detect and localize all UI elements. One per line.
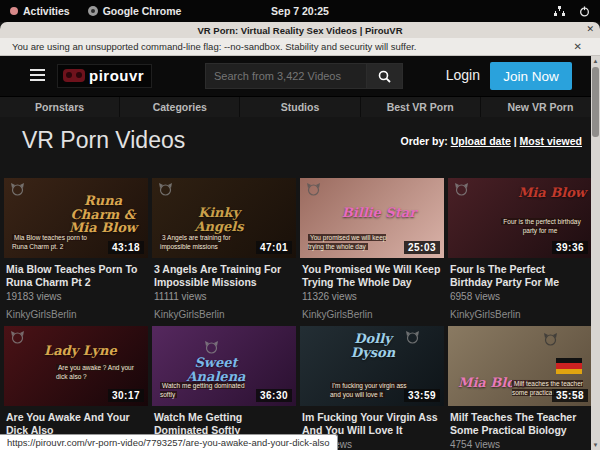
video-studio-link[interactable]: KinkyGirlsBerlin xyxy=(300,309,444,320)
nav-item-studios[interactable]: Studios xyxy=(240,97,360,117)
vr-goggles-icon xyxy=(63,69,85,82)
order-by-separator: | xyxy=(514,135,517,147)
site-header: pirouvr Login Join Now xyxy=(0,56,600,96)
studio-watermark-icon xyxy=(204,340,219,358)
thumbnail-overlay-title: Billie Star xyxy=(342,206,416,220)
main-nav: Pornstars Categories Studios Best VR Por… xyxy=(0,96,600,117)
video-views: 11111 views xyxy=(152,291,296,302)
video-title[interactable]: Mia Blow Teaches Porn To Runa Charm Pt 2 xyxy=(4,263,148,288)
video-card: Mia Blow Milf teaches the teacher some p… xyxy=(448,326,592,450)
thumbnail-caption: 3 Angels are training for impossible mis… xyxy=(160,233,246,253)
thumbnail-overlay-title: Sweet Analena xyxy=(168,356,264,383)
activities-button[interactable]: Activities xyxy=(10,5,70,17)
thumbnail-caption: You promised we will keep trying the who… xyxy=(308,233,394,253)
order-by-label: Order by: xyxy=(400,135,447,147)
studio-watermark-icon xyxy=(10,330,25,348)
video-title[interactable]: Four Is The Perfect Birthday Party For M… xyxy=(448,263,592,288)
scrollbar-up-icon[interactable]: ▲ xyxy=(591,56,600,66)
video-title[interactable]: Milf Teaches The Teacher Some Practical … xyxy=(448,411,592,436)
status-bar-url: https://pirouvr.com/vr-porn-video/779325… xyxy=(0,434,338,450)
nav-item-categories[interactable]: Categories xyxy=(120,97,240,117)
video-views: 11326 views xyxy=(300,291,444,302)
order-by-bar: Order by: Upload date | Most viewed xyxy=(400,135,582,147)
order-by-upload-date-link[interactable]: Upload date xyxy=(451,135,511,147)
studio-watermark-icon xyxy=(10,182,25,200)
video-thumbnail[interactable]: Mia Blow Milf teaches the teacher some p… xyxy=(448,326,592,406)
duration-badge: 25:03 xyxy=(404,241,440,254)
menu-icon[interactable] xyxy=(30,69,45,84)
video-title[interactable]: Im Fucking Your Virgin Ass And You Will … xyxy=(300,411,444,436)
infobar-close-icon[interactable]: ✕ xyxy=(574,41,600,52)
thumbnail-overlay-title: Runa Charm & Mia Blow xyxy=(64,194,142,235)
video-card: Lady Lyne Are you awake ? And your dick … xyxy=(4,326,148,450)
network-icon[interactable] xyxy=(554,6,565,17)
thumbnail-overlay-title: Mia Blow xyxy=(518,186,586,200)
video-views: 19183 views xyxy=(4,291,148,302)
join-now-button[interactable]: Join Now xyxy=(490,62,572,90)
thumbnail-caption: Are you awake ? And your dick also ? xyxy=(56,363,142,383)
studio-watermark-icon xyxy=(306,182,321,200)
video-title[interactable]: Are You Awake And Your Dick Also xyxy=(4,411,148,436)
scrollbar-thumb[interactable] xyxy=(592,67,599,137)
video-thumbnail[interactable]: Billie Star You promised we will keep tr… xyxy=(300,178,444,258)
video-views: 6958 views xyxy=(448,291,592,302)
video-card: Runa Charm & Mia Blow Mia Blow teaches p… xyxy=(4,178,148,320)
site-logo[interactable]: pirouvr xyxy=(57,64,152,88)
login-link[interactable]: Login xyxy=(446,67,480,83)
desktop-top-bar: Activities Google Chrome Sep 7 20:25 xyxy=(0,0,600,22)
video-card: Mia Blow Four is the perfect birthday pa… xyxy=(448,178,592,320)
studio-watermark-icon xyxy=(454,182,469,200)
video-card: Billie Star You promised we will keep tr… xyxy=(300,178,444,320)
video-views: 4754 views xyxy=(448,439,592,450)
tab-title[interactable]: VR Porn: Virtual Reality Sex Videos | Pi… xyxy=(0,25,600,36)
thumbnail-caption: Mia Blow teaches porn to Runa Charm pt. … xyxy=(12,233,98,253)
video-grid: Runa Charm & Mia Blow Mia Blow teaches p… xyxy=(4,178,592,450)
duration-badge: 33:59 xyxy=(404,389,440,402)
video-thumbnail[interactable]: Sweet Analena Watch me getting dominated… xyxy=(152,326,296,406)
app-menu-label: Google Chrome xyxy=(103,5,182,17)
video-studio-link[interactable]: KinkyGirlsBerlin xyxy=(4,309,148,320)
search-icon xyxy=(378,70,391,83)
order-by-most-viewed-link[interactable]: Most viewed xyxy=(520,135,582,147)
video-card: Kinky Angels 3 Angels are training for i… xyxy=(152,178,296,320)
search-button[interactable] xyxy=(367,63,403,89)
video-studio-link[interactable]: KinkyGirlsBerlin xyxy=(152,309,296,320)
search-input[interactable] xyxy=(205,63,367,89)
web-page: pirouvr Login Join Now Pornstars Categor… xyxy=(0,56,600,450)
nav-item-new-vr-porn[interactable]: New VR Porn xyxy=(481,97,600,117)
video-title[interactable]: 3 Angels Are Training For Impossible Mis… xyxy=(152,263,296,288)
video-thumbnail[interactable]: Lady Lyne Are you awake ? And your dick … xyxy=(4,326,148,406)
video-thumbnail[interactable]: Kinky Angels 3 Angels are training for i… xyxy=(152,178,296,258)
video-thumbnail[interactable]: Dolly Dyson I'm fucking your virgin ass … xyxy=(300,326,444,406)
studio-watermark-icon xyxy=(543,332,558,350)
page-title: VR Porn Videos xyxy=(22,127,185,154)
nav-item-best-vr-porn[interactable]: Best VR Porn xyxy=(361,97,481,117)
thumbnail-caption: Watch me getting dominated softly xyxy=(160,381,246,401)
nav-item-pornstars[interactable]: Pornstars xyxy=(0,97,120,117)
app-menu-button[interactable]: Google Chrome xyxy=(88,5,182,17)
video-thumbnail[interactable]: Mia Blow Four is the perfect birthday pa… xyxy=(448,178,592,258)
duration-badge: 30:17 xyxy=(108,389,144,402)
video-studio-link[interactable]: KinkyGirlsBerlin xyxy=(448,309,592,320)
duration-badge: 35:58 xyxy=(552,389,588,402)
sandbox-warning-infobar: You are using an unsupported command-lin… xyxy=(0,38,600,56)
german-flag-icon xyxy=(556,358,582,374)
duration-badge: 36:30 xyxy=(256,389,292,402)
browser-scrollbar[interactable]: ▲ ▼ xyxy=(591,56,600,450)
infobar-message: You are using an unsupported command-lin… xyxy=(0,41,574,52)
power-icon[interactable] xyxy=(579,6,590,17)
duration-badge: 47:01 xyxy=(256,241,292,254)
video-title[interactable]: You Promised We Will Keep Trying The Who… xyxy=(300,263,444,288)
tab-close-icon[interactable]: ✕ xyxy=(586,24,594,34)
thumbnail-overlay-title: Dolly Dyson xyxy=(334,332,412,359)
studio-watermark-icon xyxy=(158,182,173,200)
logo-text: pirouvr xyxy=(89,67,144,84)
duration-badge: 39:36 xyxy=(552,241,588,254)
scrollbar-down-icon[interactable]: ▼ xyxy=(591,440,600,450)
thumbnail-overlay-title: Kinky Angels xyxy=(180,206,258,233)
video-thumbnail[interactable]: Runa Charm & Mia Blow Mia Blow teaches p… xyxy=(4,178,148,258)
video-card: Sweet Analena Watch me getting dominated… xyxy=(152,326,296,450)
activities-label: Activities xyxy=(23,5,70,17)
video-title[interactable]: Watch Me Getting Dominated Softly xyxy=(152,411,296,436)
duration-badge: 43:18 xyxy=(108,241,144,254)
